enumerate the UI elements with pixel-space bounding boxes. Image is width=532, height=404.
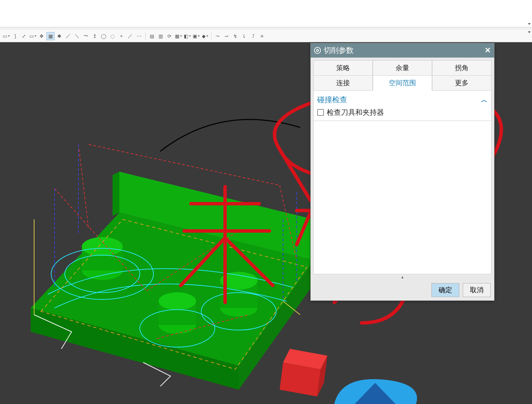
dialog-footer: 确定 取消 [311, 280, 494, 300]
dialog-content-spacer [313, 121, 491, 274]
tool-slash2[interactable]: ／ [126, 32, 134, 40]
ribbon-overflow-icon[interactable] [528, 23, 531, 25]
tab-more[interactable]: 更多 [432, 75, 491, 91]
checkbox-label: 检查刀具和夹持器 [327, 108, 384, 117]
tool-path5[interactable]: ⤴ [249, 32, 257, 40]
tool-path4[interactable]: ⤹ [240, 32, 248, 40]
dialog-titlebar[interactable]: 切削参数 ✕ [311, 43, 494, 58]
tool-snap[interactable]: ✱ [55, 32, 63, 40]
tool-expand[interactable]: ⤢ [20, 32, 28, 40]
section-header[interactable]: 碰撞检查 ︿ [317, 93, 488, 108]
tool-curve[interactable]: 〜 [82, 32, 90, 40]
tab-row-2: 连接 空间范围 更多 [313, 75, 491, 91]
svg-point-8 [82, 237, 123, 256]
tool-box[interactable]: ▣ [192, 32, 200, 40]
toolbar-separator [211, 32, 211, 40]
tool-cube[interactable]: ◧ [183, 32, 191, 40]
cutting-params-dialog: 切削参数 ✕ 策略 余量 拐角 连接 空间范围 更多 碰撞检查 ︿ 检查刀具和夹… [310, 43, 494, 301]
toolbar-overflow-icon[interactable] [528, 31, 531, 33]
tool-dots[interactable]: ⋯ [135, 32, 143, 40]
gear-icon [314, 47, 321, 54]
tool-layers[interactable]: ▦ [46, 32, 55, 40]
close-icon[interactable]: ✕ [485, 46, 491, 55]
tool-pick[interactable]: ✥ [38, 32, 46, 40]
tool-circle2[interactable]: ◌ [108, 32, 117, 40]
section-title: 碰撞检查 [317, 95, 347, 105]
tab-stock[interactable]: 余量 [373, 60, 432, 76]
tool-path3[interactable]: ↯ [231, 32, 239, 40]
svg-point-11 [159, 292, 196, 310]
tool-line-back[interactable]: ＼ [73, 32, 81, 40]
tab-containment[interactable]: 空间范围 [373, 75, 432, 91]
tool-gem[interactable]: ◆ [201, 32, 209, 40]
tool-lasso[interactable]: ⟆ [11, 32, 19, 40]
tool-plus[interactable]: ＋ [117, 32, 125, 40]
toolbar: ▭ ⟆ ⤢ ▭ ✥ ▦ ✱ ／ ＼ 〜 ↥ ◯ ◌ ＋ ／ ⋯ ▤ ▥ ⟳ ▦ … [0, 30, 532, 42]
tool-table-a[interactable]: ▤ [148, 32, 156, 40]
dialog-title-text: 切削参数 [324, 45, 354, 56]
cancel-button[interactable]: 取消 [463, 283, 491, 297]
toolbar-separator [145, 32, 146, 40]
tab-corners[interactable]: 拐角 [432, 60, 491, 76]
tab-row-1: 策略 余量 拐角 [313, 60, 491, 76]
resize-grip[interactable]: ▴ [313, 274, 491, 280]
checkbox-check-tool-holder[interactable] [317, 109, 324, 116]
tool-circle[interactable]: ◯ [100, 32, 108, 40]
section-collision: 碰撞检查 ︿ 检查刀具和夹持器 [313, 90, 491, 121]
chevron-up-icon: ︿ [481, 95, 488, 105]
tool-path1[interactable]: ⤳ [213, 32, 222, 40]
tool-path2[interactable]: ⤻ [222, 32, 231, 40]
tool-grid[interactable]: ▦ [174, 32, 182, 40]
dialog-body: 策略 余量 拐角 连接 空间范围 更多 碰撞检查 ︿ 检查刀具和夹持器 ▴ [311, 58, 494, 280]
check-tool-holder-row[interactable]: 检查刀具和夹持器 [317, 108, 488, 117]
tab-connect[interactable]: 连接 [313, 75, 373, 91]
ok-button[interactable]: 确定 [431, 283, 459, 297]
tool-table-b[interactable]: ▥ [157, 32, 165, 40]
svg-point-14 [220, 272, 257, 290]
tool-line-slash[interactable]: ／ [64, 32, 72, 40]
tool-path6[interactable]: ≡ [258, 32, 266, 40]
svg-marker-4 [113, 172, 119, 216]
top-ribbon-blank [0, 0, 532, 27]
tool-select-rect2[interactable]: ▭ [29, 32, 37, 40]
tab-strategy[interactable]: 策略 [313, 60, 373, 76]
tool-select-rect[interactable]: ▭ [2, 32, 10, 40]
tool-refresh[interactable]: ⟳ [165, 32, 174, 40]
tool-arrow-up[interactable]: ↥ [91, 32, 99, 40]
